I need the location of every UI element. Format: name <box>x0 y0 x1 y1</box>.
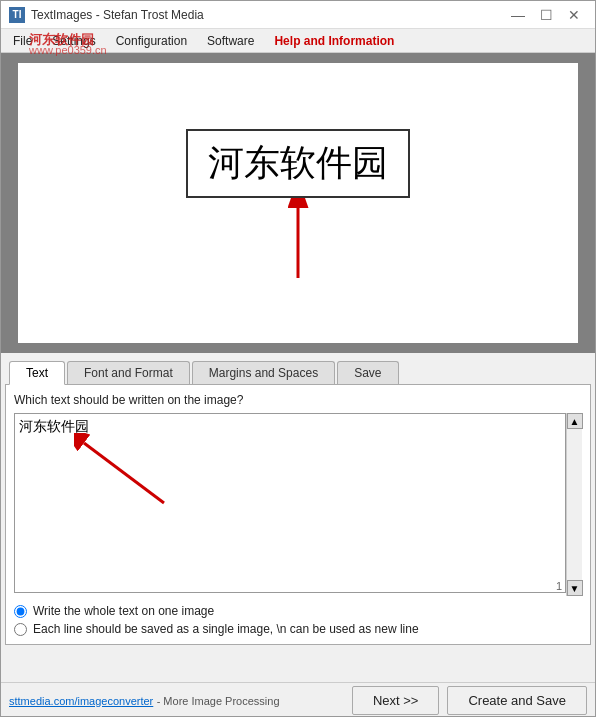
minimize-button[interactable]: — <box>505 5 531 25</box>
maximize-button[interactable]: ☐ <box>533 5 559 25</box>
window-controls: — ☐ ✕ <box>505 5 587 25</box>
window-title: TextImages - Stefan Trost Media <box>31 8 204 22</box>
menu-help[interactable]: Help and Information <box>266 32 402 50</box>
tab-margins[interactable]: Margins and Spaces <box>192 361 335 384</box>
status-link-area: sttmedia.com/imageconverter - More Image… <box>9 694 280 708</box>
close-button[interactable]: ✕ <box>561 5 587 25</box>
radio-group: Write the whole text on one image Each l… <box>14 604 582 636</box>
radio-each-line[interactable]: Each line should be saved as a single im… <box>14 622 582 636</box>
status-bar: sttmedia.com/imageconverter - More Image… <box>1 682 595 717</box>
tab-bar: Text Font and Format Margins and Spaces … <box>5 357 591 385</box>
menu-settings[interactable]: Settings <box>44 32 103 50</box>
preview-text: 河东软件园 <box>208 142 388 183</box>
radio-each-line-label: Each line should be saved as a single im… <box>33 622 419 636</box>
radio-each-line-input[interactable] <box>14 623 27 636</box>
title-bar-left: TI TextImages - Stefan Trost Media <box>9 7 204 23</box>
app-window: TI TextImages - Stefan Trost Media — ☐ ✕… <box>1 1 595 717</box>
tabs-section: Text Font and Format Margins and Spaces … <box>1 353 595 682</box>
status-link[interactable]: sttmedia.com/imageconverter <box>9 695 153 707</box>
radio-whole-text-input[interactable] <box>14 605 27 618</box>
red-arrow-icon <box>268 198 328 278</box>
app-icon-text: TI <box>13 9 22 20</box>
preview-text-box: 河东软件园 <box>186 129 410 198</box>
status-more: More Image Processing <box>163 695 279 707</box>
char-count: 1 <box>556 580 562 592</box>
tab-font-format[interactable]: Font and Format <box>67 361 190 384</box>
menu-configuration[interactable]: Configuration <box>108 32 195 50</box>
scrollbar[interactable]: ▲ ▼ <box>566 413 582 596</box>
create-save-button[interactable]: Create and Save <box>447 686 587 715</box>
scroll-down-arrow[interactable]: ▼ <box>567 580 583 596</box>
tab-text[interactable]: Text <box>9 361 65 385</box>
app-icon: TI <box>9 7 25 23</box>
menu-software[interactable]: Software <box>199 32 262 50</box>
preview-canvas: 河东软件园 <box>18 63 578 343</box>
scroll-up-arrow[interactable]: ▲ <box>567 413 583 429</box>
text-area-wrapper: 河东软件园 ▲ ▼ 1 <box>14 413 582 596</box>
menu-bar: File Settings Configuration Software Hel… <box>1 29 595 53</box>
text-question: Which text should be written on the imag… <box>14 393 582 407</box>
action-buttons: Next >> Create and Save <box>352 686 587 715</box>
text-input[interactable]: 河东软件园 <box>14 413 566 593</box>
tab-content-text: Which text should be written on the imag… <box>5 385 591 645</box>
title-bar: TI TextImages - Stefan Trost Media — ☐ ✕ <box>1 1 595 29</box>
next-button[interactable]: Next >> <box>352 686 440 715</box>
menu-file[interactable]: File <box>5 32 40 50</box>
preview-area: 河东软件园 <box>1 53 595 353</box>
radio-whole-text[interactable]: Write the whole text on one image <box>14 604 582 618</box>
radio-whole-text-label: Write the whole text on one image <box>33 604 214 618</box>
tab-save[interactable]: Save <box>337 361 398 384</box>
